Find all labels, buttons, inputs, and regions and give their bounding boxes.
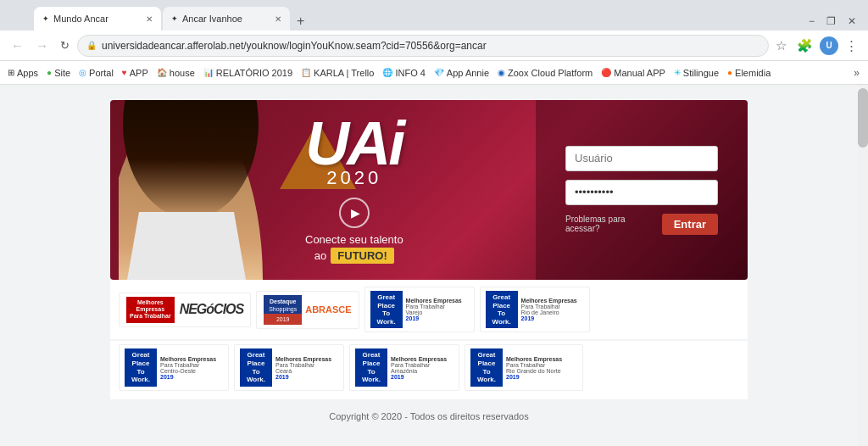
menu-button[interactable]: ⋮ bbox=[842, 36, 861, 55]
tab-icon-2: ✦ bbox=[171, 14, 178, 23]
bookmark-manual[interactable]: 🔴 Manual APP bbox=[597, 66, 670, 80]
tab-close-2[interactable]: ✕ bbox=[275, 14, 281, 24]
page-footer: Copyright © 2020 - Todos os direitos res… bbox=[110, 411, 748, 428]
badge-gptw-ceara: GreatPlaceToWork. Melhores Empresas Para… bbox=[234, 344, 344, 390]
badge-gptw-rio: Great Place To Work. Melhores Empresas P… bbox=[480, 287, 590, 332]
house-label: house bbox=[170, 68, 195, 78]
tab-label-2: Ancar Ivanhoe bbox=[182, 14, 242, 24]
tab-ancar-ivanhoe[interactable]: ✦ Ancar Ivanhoe ✕ bbox=[163, 7, 290, 31]
relatorio-icon: 📊 bbox=[203, 68, 214, 77]
footer-text: Copyright © 2020 - Todos os direitos res… bbox=[329, 411, 528, 421]
house-icon: 🏠 bbox=[157, 68, 167, 77]
tab-close-1[interactable]: ✕ bbox=[146, 14, 153, 24]
extension-icon[interactable]: 🧩 bbox=[793, 36, 816, 55]
bookmark-relatorio[interactable]: 📊 RELATÓRIO 2019 bbox=[199, 66, 297, 80]
bookmark-house[interactable]: 🏠 house bbox=[153, 66, 199, 80]
forgot-password-link[interactable]: Problemas para acessar? bbox=[565, 215, 655, 233]
play-button[interactable]: ▶ bbox=[339, 198, 370, 228]
badges-row-2: GreatPlaceToWork. Melhores Empresas Para… bbox=[110, 341, 748, 399]
uai-logo: UAi bbox=[305, 113, 403, 174]
login-banner: UAi 2020 ▶ Conecte seu talento ao FUTURO… bbox=[110, 100, 748, 280]
info4-icon: 🌐 bbox=[382, 68, 392, 77]
bookmark-apps[interactable]: ⊞ Apps bbox=[3, 66, 42, 80]
badge-negocios: MelhoresEmpresasPara Trabalhar NEGóCIOS bbox=[119, 293, 251, 327]
reload-button[interactable]: ↻ bbox=[56, 37, 74, 53]
tagline1: Conecte seu talento bbox=[305, 233, 403, 246]
tab-label-1: Mundo Ancar bbox=[53, 14, 108, 24]
badge-gptw-centro-oeste: GreatPlaceToWork. Melhores Empresas Para… bbox=[119, 344, 229, 390]
profile-avatar[interactable]: U bbox=[820, 36, 838, 55]
badge-gptw-amazonia: GreatPlaceToWork. Melhores Empresas Para… bbox=[349, 344, 459, 390]
back-button[interactable]: ← bbox=[7, 36, 28, 54]
highlight-box: FUTURO! bbox=[331, 248, 394, 264]
maximize-button[interactable]: ❐ bbox=[821, 15, 841, 27]
elemidia-icon: ● bbox=[727, 68, 732, 77]
page-content: UAi 2020 ▶ Conecte seu talento ao FUTURO… bbox=[0, 85, 858, 446]
bookmark-star-button[interactable]: ☆ bbox=[772, 36, 790, 55]
lock-icon: 🔒 bbox=[86, 41, 97, 50]
tab-mundo-ancar[interactable]: ✦ Mundo Ancar ✕ bbox=[34, 7, 161, 31]
minimize-button[interactable]: − bbox=[804, 15, 820, 27]
manual-icon: 🔴 bbox=[601, 68, 611, 77]
appannie-icon: 💎 bbox=[434, 68, 444, 77]
scrollbar-thumb[interactable] bbox=[858, 88, 868, 148]
bookmark-zoox[interactable]: ◉ Zoox Cloud Platform bbox=[493, 66, 597, 80]
bookmark-site[interactable]: ● Site bbox=[42, 66, 75, 80]
year-label: 2020 bbox=[326, 167, 381, 189]
bookmark-appannie[interactable]: 💎 App Annie bbox=[430, 66, 493, 80]
badge-gptw-varejo: Great Place To Work. Melhores Empresas P… bbox=[364, 287, 475, 332]
badge-destaque-shoppings: DestaqueShoppings2019 ABRASCE bbox=[256, 291, 359, 329]
tagline2: ao bbox=[314, 249, 326, 262]
apps-grid-icon: ⊞ bbox=[8, 68, 14, 77]
forward-button[interactable]: → bbox=[31, 36, 53, 54]
close-button[interactable]: ✕ bbox=[843, 15, 861, 27]
badges-row-1: MelhoresEmpresasPara Trabalhar NEGóCIOS … bbox=[110, 280, 748, 339]
url-bar[interactable]: 🔒 universidadeancar.afferolab.net/youkno… bbox=[77, 35, 769, 57]
bookmark-trello[interactable]: 📋 KARLA | Trello bbox=[297, 66, 378, 80]
bookmark-elemidia[interactable]: ● Elemidia bbox=[723, 66, 775, 80]
bookmark-portal[interactable]: ◎ Portal bbox=[75, 66, 118, 80]
bookmark-stilingue[interactable]: ✳ Stilingue bbox=[670, 66, 723, 80]
login-form: Problemas para acessar? Entrar bbox=[536, 100, 748, 280]
bookmark-app[interactable]: ♥ APP bbox=[118, 66, 153, 80]
banner-center: UAi 2020 ▶ Conecte seu talento ao FUTURO… bbox=[305, 113, 403, 264]
username-input[interactable] bbox=[565, 146, 718, 171]
trello-icon: 📋 bbox=[301, 68, 311, 77]
portal-icon: ◎ bbox=[79, 68, 86, 77]
more-bookmarks-icon[interactable]: » bbox=[849, 65, 865, 81]
bookmark-info4[interactable]: 🌐 INFO 4 bbox=[378, 66, 429, 80]
tab-icon-1: ✦ bbox=[42, 14, 49, 23]
site-icon: ● bbox=[47, 68, 52, 77]
zoox-icon: ◉ bbox=[498, 68, 505, 77]
login-button[interactable]: Entrar bbox=[662, 214, 718, 235]
play-icon: ▶ bbox=[351, 206, 360, 220]
password-input[interactable] bbox=[565, 180, 718, 205]
bookmarks-bar: ⊞ Apps ● Site ◎ Portal ♥ APP 🏠 house 📊 R… bbox=[0, 61, 868, 85]
person-image bbox=[110, 100, 280, 280]
scrollbar-track[interactable] bbox=[858, 85, 868, 446]
badge-gptw-rn: GreatPlaceToWork. Melhores Empresas Para… bbox=[465, 344, 583, 390]
app-icon: ♥ bbox=[122, 68, 127, 77]
stilingue-icon: ✳ bbox=[674, 68, 681, 77]
new-tab-button[interactable]: + bbox=[290, 12, 311, 31]
url-text: universidadeancar.afferolab.net/youknow/… bbox=[102, 40, 760, 52]
